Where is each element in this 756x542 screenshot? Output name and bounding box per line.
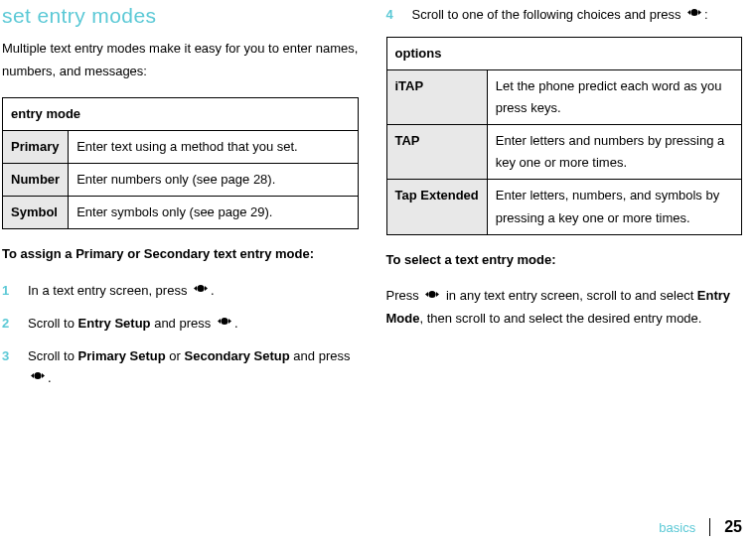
table-row: Tap Extended Enter letters, numbers, and…	[386, 180, 742, 234]
row-label: Symbol	[3, 196, 69, 228]
page-footer: basics 25	[659, 518, 742, 536]
step-number: 1	[2, 280, 9, 303]
table-row: iTAP Let the phone predict each word as …	[386, 70, 742, 125]
row-desc: Enter letters, numbers, and symbols by p…	[487, 180, 741, 234]
step-text-mid: and press	[151, 316, 215, 331]
step-text: Scroll to one of the following choices a…	[412, 7, 685, 22]
nav-key-icon	[215, 312, 234, 335]
svg-marker-0	[194, 286, 197, 291]
select-heading: To select a text entry mode:	[386, 249, 743, 272]
svg-marker-2	[205, 286, 208, 291]
step-item: 1 In a text entry screen, press .	[2, 280, 359, 303]
table-row: Symbol Enter symbols only (see page 29).	[3, 196, 359, 228]
step-number: 4	[386, 4, 393, 27]
step-item: 4 Scroll to one of the following choices…	[386, 4, 743, 27]
row-label: iTAP	[386, 70, 487, 125]
svg-marker-11	[698, 10, 701, 15]
select-body-pre: Press	[386, 288, 423, 303]
svg-marker-9	[687, 10, 690, 15]
svg-marker-14	[436, 292, 439, 297]
svg-point-13	[429, 290, 436, 297]
table-header: entry mode	[3, 97, 359, 130]
svg-point-7	[34, 372, 41, 379]
step-text-mid2: and press	[290, 348, 351, 363]
footer-section-label: basics	[659, 520, 695, 535]
step-text: In a text entry screen, press	[28, 283, 191, 298]
left-column: set entry modes Multiple text entry mode…	[2, 4, 359, 400]
step-number: 2	[2, 313, 9, 336]
right-column: 4 Scroll to one of the following choices…	[386, 4, 743, 400]
table-header: options	[386, 37, 742, 69]
intro-paragraph: Multiple text entry modes make it easy f…	[2, 38, 359, 83]
step-item: 2 Scroll to Entry Setup and press .	[2, 313, 359, 336]
row-label: Number	[3, 163, 69, 196]
assign-heading: To assign a Primary or Secondary text en…	[2, 243, 359, 266]
step-em: Primary Setup	[78, 348, 166, 363]
footer-page-number: 25	[724, 518, 742, 536]
row-label: TAP	[386, 125, 487, 180]
entry-mode-table: entry mode Primary Enter text using a me…	[2, 97, 359, 229]
svg-marker-8	[42, 373, 45, 378]
row-desc: Let the phone predict each word as you p…	[487, 70, 741, 125]
row-desc: Enter text using a method that you set.	[69, 130, 358, 163]
nav-key-icon	[684, 3, 704, 26]
svg-marker-6	[31, 373, 34, 378]
row-label: Tap Extended	[386, 180, 487, 234]
step-item: 3 Scroll to Primary Setup or Secondary S…	[2, 345, 359, 391]
table-row: Number Enter numbers only (see page 28).	[3, 163, 359, 196]
step-text: Scroll to	[28, 316, 78, 331]
row-desc: Enter letters and numbers by pressing a …	[487, 125, 741, 180]
svg-point-4	[221, 318, 227, 325]
footer-separator	[709, 518, 710, 536]
svg-point-10	[691, 9, 698, 16]
step-text-end: .	[234, 316, 238, 331]
step-text-end: .	[211, 283, 215, 298]
steps-list-continued: 4 Scroll to one of the following choices…	[386, 4, 743, 27]
step-number: 3	[2, 345, 9, 368]
table-row: TAP Enter letters and numbers by pressin…	[386, 125, 742, 180]
step-em2: Secondary Setup	[185, 348, 290, 363]
row-label: Primary	[3, 130, 69, 163]
step-text-mid: or	[166, 348, 185, 363]
row-desc: Enter symbols only (see page 29).	[69, 196, 358, 228]
svg-marker-3	[218, 319, 221, 324]
nav-key-icon	[422, 285, 442, 308]
step-text: Scroll to	[28, 348, 78, 363]
nav-key-icon	[28, 366, 48, 389]
row-desc: Enter numbers only (see page 28).	[69, 163, 358, 196]
svg-point-1	[197, 285, 204, 292]
options-table: options iTAP Let the phone predict each …	[386, 37, 743, 235]
nav-key-icon	[191, 279, 211, 302]
step-text-end: .	[48, 370, 52, 385]
svg-marker-12	[425, 292, 428, 297]
table-row: Primary Enter text using a method that y…	[3, 130, 359, 163]
section-title: set entry modes	[2, 4, 359, 28]
svg-marker-5	[228, 319, 231, 324]
step-text-end: :	[704, 7, 708, 22]
steps-list: 1 In a text entry screen, press . 2 Scro…	[2, 280, 359, 391]
select-body-post: , then scroll to and select the desired …	[419, 311, 701, 326]
select-body-mid: in any text entry screen, scroll to and …	[442, 288, 697, 303]
select-body: Press in any text entry screen, scroll t…	[386, 285, 743, 331]
step-em: Entry Setup	[78, 316, 151, 331]
